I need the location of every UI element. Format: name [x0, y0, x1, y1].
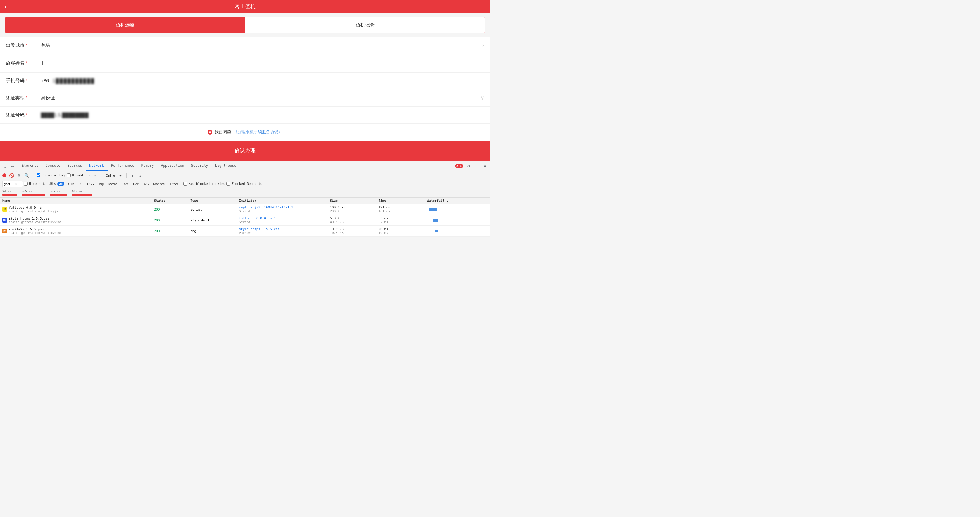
depart-city-row[interactable]: 出发城市 * 包头 › [0, 37, 490, 54]
tab-application[interactable]: Application [157, 161, 188, 171]
arrow-right-icon: › [482, 42, 484, 49]
disable-cache-checkbox-group[interactable]: Disable cache [67, 173, 97, 177]
tab-performance[interactable]: Performance [108, 161, 138, 171]
timeline-bar: 24 ms 265 ms 365 ms 915 ms [0, 188, 490, 198]
table-row[interactable]: PNG sprite2x.1.5.5.png static.geetest.co… [0, 226, 490, 237]
inspect-icon[interactable]: ⬚ [2, 163, 8, 169]
filter-other[interactable]: Other [169, 182, 180, 186]
col-initiator-header[interactable]: Initiator [239, 199, 330, 203]
table-row[interactable]: JS fullpage.0.0.0.js static.geetest.com/… [0, 204, 490, 215]
col-size-header[interactable]: Size [330, 199, 379, 203]
timeline-item-2: 265 ms [22, 190, 45, 196]
filter-css[interactable]: CSS [85, 182, 95, 186]
upload-icon[interactable]: ↑ [130, 173, 135, 178]
type-3: png [190, 229, 239, 233]
preserve-log-checkbox-group[interactable]: Preserve log [37, 173, 65, 177]
throttle-select[interactable]: Online Fast 3G Slow 3G Offline [105, 173, 123, 178]
disable-cache-checkbox[interactable] [67, 173, 71, 177]
phone-row[interactable]: 手机号码 * +86 1██████████ [0, 73, 490, 89]
filter-media[interactable]: Media [107, 182, 119, 186]
filter-font[interactable]: Font [120, 182, 130, 186]
col-name-header[interactable]: Name [2, 199, 154, 203]
network-table: Name Status Type Initiator Size Time Wat… [0, 198, 490, 237]
clear-button[interactable]: 🚫 [9, 173, 14, 178]
blocked-requests-checkbox[interactable] [226, 182, 230, 186]
size-main-2: 5.3 kB [330, 216, 379, 220]
initiator-link-1[interactable]: captcha.js?t=1604936491091:1 [239, 205, 330, 209]
filter-js[interactable]: JS [77, 182, 84, 186]
name-col-2: CSS style_https.1.5.5.css static.geetest… [2, 217, 154, 224]
passenger-name-row[interactable]: 旅客姓名 * + [0, 54, 490, 73]
agreement-link[interactable]: 《办理乘机手续服务协议》 [233, 130, 282, 135]
download-icon[interactable]: ↓ [138, 173, 143, 178]
network-separator-3 [126, 173, 127, 178]
waterfall-bar-3 [435, 230, 438, 232]
search-clear-icon[interactable]: ✕ [16, 182, 17, 185]
timeline-bar-3 [50, 194, 67, 196]
resource-main-3: sprite2x.1.5.5.png [9, 227, 154, 231]
has-blocked-cookies-checkbox[interactable] [183, 182, 187, 186]
initiator-link-3[interactable]: style_https.1.5.5.css [239, 227, 330, 231]
error-badge: ⊗ 1 [455, 164, 463, 168]
filter-ws[interactable]: WS [142, 182, 151, 186]
tab-elements[interactable]: Elements [18, 161, 42, 171]
col-time-header[interactable]: Time [379, 199, 427, 203]
blocked-requests-group[interactable]: Blocked Requests [226, 182, 262, 186]
record-button[interactable] [2, 173, 6, 178]
initiator-link-2[interactable]: fullpage.0.0.0.js:1 [239, 216, 330, 220]
col-type-header[interactable]: Type [190, 199, 239, 203]
col-waterfall-header[interactable]: Waterfall ▲ [427, 199, 488, 203]
resource-info-2: style_https.1.5.5.css static.geetest.com… [9, 217, 154, 224]
col-status-header[interactable]: Status [154, 199, 191, 203]
sort-arrow-icon: ▲ [447, 200, 449, 202]
hide-data-urls-checkbox[interactable] [24, 182, 28, 186]
tab-security[interactable]: Security [188, 161, 212, 171]
cert-type-row[interactable]: 凭证类型 * 身份证 ∨ [0, 89, 490, 107]
settings-icon[interactable]: ⚙ [466, 163, 471, 169]
search-icon[interactable]: 🔍 [24, 173, 29, 178]
tab-sources[interactable]: Sources [64, 161, 86, 171]
tab-checkin-record[interactable]: 值机记录 [245, 17, 485, 33]
device-icon[interactable]: ▭ [10, 163, 15, 169]
name-col-3: PNG sprite2x.1.5.5.png static.geetest.co… [2, 227, 154, 234]
tab-network[interactable]: Network [86, 161, 108, 171]
resource-main-1: fullpage.0.0.0.js [9, 206, 154, 210]
status-3: 200 [154, 229, 191, 233]
devtools-tabs: Elements Console Sources Network Perform… [18, 161, 454, 171]
agreement-row[interactable]: 我已阅读 《办理乘机手续服务协议》 [0, 124, 490, 141]
search-input-wrapper[interactable]: ✕ [2, 181, 23, 187]
cert-number-row[interactable]: 凭证号码 * ████1.5.████████ [0, 107, 490, 124]
filter-manifest[interactable]: Manifest [151, 182, 167, 186]
confirm-button[interactable]: 确认办理 [0, 141, 490, 161]
size-3: 10.9 kB 10.5 kB [330, 227, 379, 235]
more-icon[interactable]: ⋮ [474, 163, 479, 169]
filter-img[interactable]: Img [97, 182, 105, 186]
close-icon[interactable]: ✕ [482, 163, 488, 169]
table-row[interactable]: CSS style_https.1.5.5.css static.geetest… [0, 215, 490, 226]
filter-icon[interactable]: ⊻ [16, 173, 22, 178]
devtools-topbar: ⬚ ▭ Elements Console Sources Network Per… [0, 161, 490, 171]
hide-data-urls-group[interactable]: Hide data URLs [24, 182, 56, 186]
depart-city-value: 包头 [35, 42, 482, 49]
waterfall-bar-1 [429, 208, 438, 211]
preserve-log-checkbox[interactable] [37, 173, 40, 177]
filter-doc[interactable]: Doc [131, 182, 141, 186]
search-input[interactable] [4, 182, 16, 186]
has-blocked-cookies-group[interactable]: Has blocked cookies [183, 182, 225, 186]
waterfall-bar-2 [433, 219, 438, 222]
size-main-3: 10.9 kB [330, 227, 379, 231]
filter-all[interactable]: All [57, 182, 64, 186]
tab-lighthouse[interactable]: Lighthouse [212, 161, 240, 171]
tab-memory[interactable]: Memory [138, 161, 157, 171]
agreement-radio[interactable] [208, 130, 212, 135]
tab-console[interactable]: Console [42, 161, 64, 171]
back-button[interactable]: ‹ [5, 3, 7, 10]
cert-number-value: ████1.5.████████ [35, 113, 484, 118]
timeline-item-4: 915 ms [72, 190, 92, 196]
filter-xhr[interactable]: XHR [65, 182, 76, 186]
initiator-type-2: Script [239, 220, 330, 224]
tab-checkin-seat[interactable]: 值机选座 [5, 17, 245, 33]
depart-city-label: 出发城市 * [6, 42, 35, 49]
required-star: * [26, 43, 27, 48]
add-passenger-button[interactable]: + [35, 59, 484, 67]
